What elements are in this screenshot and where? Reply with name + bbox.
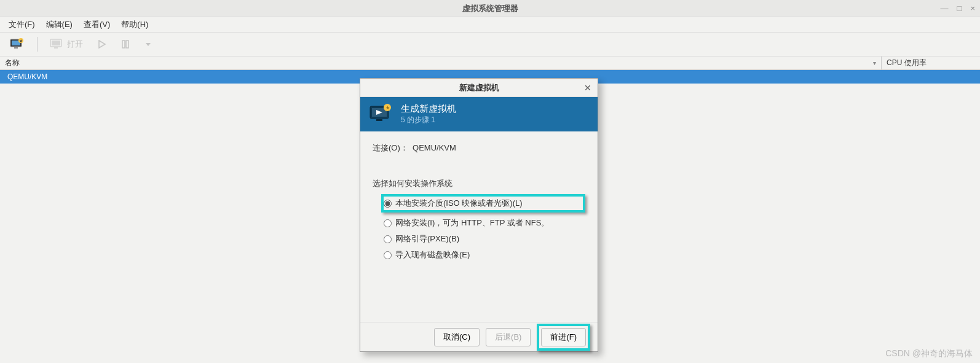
window-controls: — □ ×: [941, 4, 975, 13]
shutdown-button: [140, 38, 157, 50]
svg-text:★: ★: [385, 105, 390, 111]
svg-rect-9: [122, 41, 125, 48]
monitor-icon: [50, 39, 63, 50]
dialog-footer: 取消(C) 后退(B) 前进(F): [360, 322, 598, 351]
play-icon: [98, 40, 106, 49]
column-cpu-label: CPU 使用率: [887, 58, 927, 68]
radio-local-label: 本地安装介质(ISO 映像或者光驱)(L): [395, 198, 523, 209]
toolbar-separator: [37, 37, 38, 52]
install-method-group: 本地安装介质(ISO 映像或者光驱)(L) 网络安装(I)，可为 HTTP、FT…: [373, 194, 585, 260]
maximize-icon[interactable]: □: [957, 4, 962, 13]
radio-pxe[interactable]: 网络引导(PXE)(B): [384, 233, 585, 244]
dialog-header: ★ 生成新虚拟机 5 的步骤 1: [360, 97, 598, 131]
open-button: 打开: [45, 36, 88, 52]
new-vm-button[interactable]: ★: [5, 36, 30, 53]
svg-rect-10: [126, 41, 128, 48]
svg-rect-7: [54, 47, 58, 49]
close-icon[interactable]: ✕: [584, 83, 591, 93]
highlight-forward: 前进(F): [537, 324, 590, 351]
minimize-icon[interactable]: —: [941, 4, 949, 13]
column-cpu[interactable]: CPU 使用率: [882, 57, 980, 69]
radio-pxe-label: 网络引导(PXE)(B): [395, 233, 459, 244]
monitor-badge-icon: ★: [369, 104, 393, 125]
pause-icon: [121, 40, 130, 49]
dialog-header-title: 生成新虚拟机: [401, 103, 456, 115]
menu-view[interactable]: 查看(V): [79, 18, 115, 31]
connection-name: QEMU/KVM: [7, 72, 47, 81]
dialog-body: 连接(O)： QEMU/KVM 选择如何安装操作系统 本地安装介质(ISO 映像…: [360, 131, 598, 322]
column-name-label: 名称: [5, 58, 20, 68]
menubar: 文件(F) 编辑(E) 查看(V) 帮助(H): [0, 17, 980, 32]
radio-pxe-input[interactable]: [384, 235, 392, 243]
monitor-new-icon: ★: [10, 38, 25, 50]
dialog-header-text: 生成新虚拟机 5 的步骤 1: [401, 103, 456, 125]
cancel-button[interactable]: 取消(C): [434, 328, 480, 346]
svg-marker-11: [146, 43, 151, 46]
pause-button: [116, 37, 135, 51]
menu-file[interactable]: 文件(F): [4, 18, 40, 31]
radio-network-install[interactable]: 网络安装(I)，可为 HTTP、FTP 或者 NFS。: [384, 217, 585, 228]
watermark: CSDN @神奇的海马体: [885, 348, 973, 359]
new-vm-dialog: 新建虚拟机 ✕ ★ 生成新虚拟机 5 的步骤 1 连接(O)： QEMU/KVM…: [360, 78, 598, 352]
connection-label: 连接(O)：: [373, 143, 408, 152]
radio-import[interactable]: 导入现有磁盘映像(E): [384, 249, 585, 260]
radio-local-input[interactable]: [384, 200, 392, 208]
window-title: 虚拟系统管理器: [462, 3, 518, 14]
highlight-local: 本地安装介质(ISO 映像或者光驱)(L): [381, 194, 585, 213]
svg-rect-15: [376, 119, 382, 121]
svg-marker-8: [99, 41, 105, 48]
svg-rect-2: [14, 47, 18, 49]
main-titlebar: 虚拟系统管理器 — □ ×: [0, 0, 980, 17]
open-label: 打开: [67, 39, 83, 50]
menu-help[interactable]: 帮助(H): [116, 18, 153, 31]
chevron-down-icon: [144, 41, 152, 48]
svg-rect-6: [52, 41, 60, 45]
close-window-icon[interactable]: ×: [970, 4, 975, 13]
install-method-label: 选择如何安装操作系统: [373, 178, 585, 189]
svg-text:★: ★: [19, 39, 23, 43]
column-headers: 名称 ▾ CPU 使用率: [0, 57, 980, 70]
menu-edit[interactable]: 编辑(E): [41, 18, 77, 31]
dialog-titlebar: 新建虚拟机 ✕: [360, 79, 598, 97]
back-button: 后退(B): [486, 328, 531, 346]
connection-row: 连接(O)： QEMU/KVM: [373, 142, 585, 154]
radio-network-label: 网络安装(I)，可为 HTTP、FTP 或者 NFS。: [395, 217, 549, 228]
toolbar: ★ 打开: [0, 32, 980, 57]
radio-import-label: 导入现有磁盘映像(E): [395, 249, 470, 260]
forward-button[interactable]: 前进(F): [541, 328, 586, 346]
radio-network-input[interactable]: [384, 219, 392, 227]
dialog-title: 新建虚拟机: [459, 82, 499, 93]
column-name[interactable]: 名称 ▾: [0, 57, 882, 69]
play-button: [93, 37, 111, 51]
radio-import-input[interactable]: [384, 251, 392, 259]
dialog-header-sub: 5 的步骤 1: [401, 115, 456, 125]
connection-value: QEMU/KVM: [413, 143, 456, 152]
sort-arrow-icon: ▾: [873, 60, 876, 66]
radio-local-media[interactable]: 本地安装介质(ISO 映像或者光驱)(L): [384, 198, 523, 209]
